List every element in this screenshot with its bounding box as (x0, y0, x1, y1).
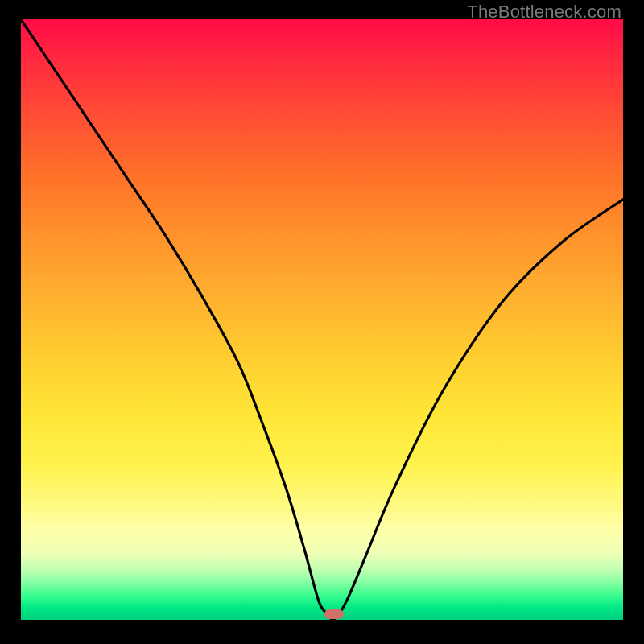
chart-frame: TheBottleneck.com (0, 0, 644, 644)
optimum-marker (324, 609, 344, 619)
bottleneck-curve (21, 19, 623, 620)
plot-area (21, 19, 623, 620)
curve-svg (21, 19, 623, 620)
